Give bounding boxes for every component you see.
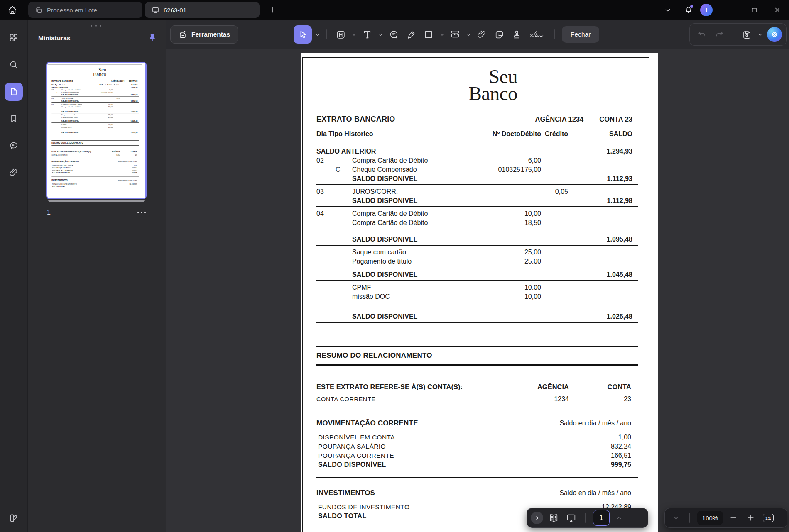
tools-label: Ferramentas bbox=[191, 31, 230, 38]
refere-label: ESTE EXTRATO REFERE-SE À(S) CONTA(S): bbox=[316, 382, 507, 391]
comments-button[interactable] bbox=[5, 137, 23, 155]
search-button[interactable] bbox=[5, 56, 23, 74]
statement-cell bbox=[316, 292, 336, 301]
attachments-button[interactable] bbox=[5, 164, 23, 182]
redo-button[interactable] bbox=[711, 27, 727, 42]
statement-rows: SALDO ANTERIOR1.294,9302Compra Cartão de… bbox=[51, 86, 139, 134]
panel-header: Miniaturas bbox=[38, 32, 157, 44]
toolbar: Ferramentas bbox=[166, 20, 789, 49]
statement-title-row: EXTRATO BANCARIO AGÊNCIA 1234 CONTA 23 bbox=[51, 80, 139, 82]
statement-cell bbox=[520, 147, 541, 156]
investimentos-title: INVESTIMENTOS bbox=[51, 179, 118, 182]
ai-assistant-button[interactable] bbox=[767, 27, 782, 42]
statement-scan: Seu Banco EXTRATO BANCARIO AGÊNCIA 1234 … bbox=[48, 64, 142, 195]
page-number-input[interactable]: 1 bbox=[593, 510, 610, 526]
notifications-button[interactable] bbox=[681, 0, 696, 20]
shape-tool-dropdown[interactable] bbox=[438, 27, 446, 42]
statement-row: SALDO DISPONIVEL1.112,93 bbox=[316, 174, 638, 185]
chevron-down-icon bbox=[378, 32, 383, 37]
statement-cell bbox=[316, 235, 336, 244]
bank-logo: Seu Banco bbox=[51, 67, 139, 76]
tools-button[interactable]: Ferramentas bbox=[170, 25, 238, 44]
maximize-button[interactable] bbox=[742, 0, 766, 20]
select-tool-button[interactable] bbox=[294, 25, 312, 44]
reading-mode-button[interactable] bbox=[546, 511, 561, 525]
bookmarks-button[interactable] bbox=[5, 110, 23, 128]
statement-row: SALDO DISPONIVEL1.112,98 bbox=[51, 100, 139, 102]
highlight-tool-dropdown[interactable] bbox=[350, 27, 358, 42]
movimentacao-saldo-header: Saldo en dia / mês / ano bbox=[118, 160, 137, 163]
statement-row: CCheque Compensado010325175,00 bbox=[316, 165, 638, 174]
user-avatar[interactable]: I bbox=[700, 4, 713, 16]
stamp-tool-button[interactable] bbox=[509, 27, 524, 42]
statement-cell bbox=[93, 126, 107, 128]
close-editing-button[interactable]: Fechar bbox=[562, 26, 599, 43]
measure-tool-dropdown[interactable] bbox=[465, 27, 472, 42]
zoom-in-button[interactable] bbox=[744, 511, 758, 525]
zoom-out-button[interactable] bbox=[726, 511, 740, 525]
refere-header-row: ESTE EXTRATO REFERE-SE À(S) CONTA(S): AG… bbox=[316, 382, 638, 391]
toolbox-icon bbox=[178, 30, 187, 39]
page-icon bbox=[9, 87, 19, 97]
statement-cell bbox=[336, 156, 352, 165]
statement-cell: 04 bbox=[316, 209, 336, 218]
statement-cell bbox=[470, 156, 520, 165]
statement-cell bbox=[57, 126, 61, 128]
apps-grid-button[interactable] bbox=[5, 29, 23, 47]
batch-icon bbox=[35, 6, 43, 14]
sticker-tool-button[interactable] bbox=[491, 27, 507, 42]
statement-cell bbox=[520, 270, 541, 279]
movimentacao-title: MOVIMENTAÇÃO CORRENTE bbox=[51, 160, 118, 163]
actual-size-button[interactable]: 1:1 bbox=[761, 511, 775, 525]
pen-tool-button[interactable] bbox=[403, 27, 419, 42]
text-tool-button[interactable] bbox=[359, 27, 375, 42]
comment-bubble-icon bbox=[9, 141, 19, 151]
minimize-button[interactable] bbox=[719, 0, 742, 20]
tab-6263-01[interactable]: 6263-01 bbox=[145, 2, 260, 18]
home-button[interactable] bbox=[2, 0, 22, 20]
highlight-tool-button[interactable] bbox=[333, 27, 348, 42]
summary-row: POUPANÇA SALÁRIO832,24 bbox=[316, 442, 638, 451]
tabs-dropdown-button[interactable] bbox=[660, 0, 675, 20]
thumbnail-more-button[interactable] bbox=[136, 210, 147, 215]
appearance-button[interactable] bbox=[5, 509, 23, 527]
save-button[interactable] bbox=[739, 27, 755, 42]
minimize-icon bbox=[727, 6, 735, 14]
measure-tool-button[interactable] bbox=[447, 27, 463, 42]
search-icon bbox=[9, 60, 19, 70]
select-tool-dropdown[interactable] bbox=[314, 27, 321, 42]
tab-processo-em-lote[interactable]: Processo em Lote bbox=[28, 2, 142, 18]
page-thumbnail[interactable]: Seu Banco EXTRATO BANCARIO AGÊNCIA 1234 … bbox=[46, 62, 147, 199]
statement-cell bbox=[93, 94, 107, 96]
presentation-mode-button[interactable] bbox=[564, 511, 578, 525]
zoom-level[interactable]: 100% bbox=[697, 511, 723, 525]
previous-page-button[interactable] bbox=[613, 510, 625, 526]
icon-sidebar bbox=[0, 20, 28, 532]
comment-tool-button[interactable] bbox=[386, 27, 402, 42]
document-canvas[interactable]: Seu Banco EXTRATO BANCARIO AGÊNCIA 1234 … bbox=[166, 49, 789, 532]
statement-cell: 1.045,48 bbox=[120, 120, 137, 122]
statement-cell bbox=[336, 283, 352, 292]
new-tab-button[interactable] bbox=[265, 3, 279, 17]
statement-cell: 1.025,48 bbox=[568, 312, 632, 321]
close-button[interactable] bbox=[766, 0, 789, 20]
statement-row: Saque com cartão25,00 bbox=[316, 248, 638, 257]
statement-column-headers: Dia Tipo Historico Nº Docto Débito Crédi… bbox=[316, 129, 638, 139]
text-tool-dropdown[interactable] bbox=[377, 27, 384, 42]
signature-tool-button[interactable] bbox=[526, 27, 549, 42]
undo-button[interactable] bbox=[694, 27, 710, 42]
summary-row: DISPONÍVEL EM CONTA1,00 bbox=[316, 433, 638, 442]
agencia-header: AGÊNCIA 1234 bbox=[111, 80, 125, 82]
statement-cell bbox=[541, 292, 568, 301]
shape-tool-button[interactable] bbox=[421, 27, 436, 42]
document-page[interactable]: Seu Banco EXTRATO BANCARIO AGÊNCIA 1234 … bbox=[301, 53, 658, 532]
collapse-toolbar-button[interactable] bbox=[531, 512, 543, 524]
next-page-button[interactable] bbox=[670, 510, 682, 526]
thumbnails-panel-button[interactable] bbox=[5, 83, 23, 101]
save-dropdown[interactable] bbox=[756, 27, 764, 42]
pin-panel-button[interactable] bbox=[147, 33, 157, 43]
panel-drag-handle[interactable] bbox=[91, 25, 101, 27]
attach-file-tool-button[interactable] bbox=[474, 27, 490, 42]
statement-cell: SALDO ANTERIOR bbox=[316, 147, 470, 156]
statement-cell bbox=[568, 209, 632, 218]
